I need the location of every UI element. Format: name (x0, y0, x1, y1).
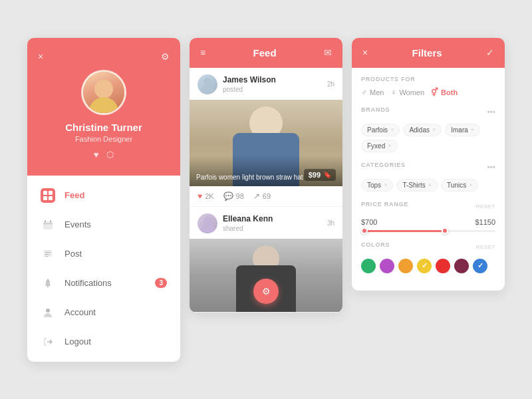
filters-close-icon[interactable]: × (362, 47, 368, 58)
nav-label-events: Events (65, 219, 91, 229)
post-action-1: posted (223, 86, 327, 93)
svg-rect-2 (43, 196, 47, 200)
gender-both[interactable]: ⚥ Both (431, 88, 458, 97)
comments-stat[interactable]: 💬 98 (223, 192, 244, 201)
post-image-2[interactable]: ⚙ (190, 239, 342, 312)
category-tag-tops: Tops × (361, 179, 393, 192)
likes-stat[interactable]: ♥ 2K (198, 192, 214, 201)
products-for-label: PRODUCTS FOR (361, 76, 495, 82)
post-stats-1: ♥ 2K 💬 98 ↗ 69 (190, 186, 342, 206)
profile-name: Christine Turner (38, 122, 170, 133)
profile-panel: × ⚙ Christine Turner Fashion Designer ♥ … (27, 38, 180, 362)
gender-women[interactable]: ♀ Women (390, 88, 424, 97)
nav-label-post: Post (65, 249, 82, 259)
nav-item-account[interactable]: Account (27, 298, 180, 327)
price-min-label: $700 (361, 218, 377, 226)
menu-icon[interactable]: ≡ (200, 47, 205, 58)
price-range-label: PRICE RANGE (361, 201, 408, 207)
category-tshirts-remove[interactable]: × (428, 182, 432, 188)
categories-more-icon[interactable]: ••• (487, 163, 495, 172)
post-time-1: 2h (327, 80, 334, 88)
nav-icon-account (41, 305, 55, 320)
post-info-1: James Wilson posted (223, 75, 327, 93)
post-author-2: Elleana Kenn (223, 214, 327, 225)
color-swatch-3[interactable] (417, 259, 432, 273)
category-tshirts-label: T-Shirts (402, 182, 425, 189)
brand-imara-remove[interactable]: × (471, 126, 474, 133)
category-tops-remove[interactable]: × (384, 182, 387, 188)
post-price-1[interactable]: $99 🔖 (304, 169, 336, 181)
svg-rect-5 (45, 220, 46, 223)
both-icon: ⚥ (431, 88, 438, 97)
brand-adidas-label: Adidas (409, 126, 430, 134)
price-range-control: $700 $1150 (361, 218, 495, 232)
nav-item-feed[interactable]: Feed (27, 181, 180, 210)
brand-adidas-remove[interactable]: × (432, 126, 436, 133)
comment-icon: 💬 (223, 192, 233, 201)
post-action-2: shared (223, 225, 327, 232)
gender-options: ♂ Men ♀ Women ⚥ Both (361, 88, 495, 97)
products-for-section: PRODUCTS FOR ♂ Men ♀ Women ⚥ Both (361, 76, 495, 97)
close-icon[interactable]: × (38, 51, 43, 62)
shares-stat[interactable]: ↗ 69 (253, 192, 271, 201)
profile-nav: FeedEventsPostNotifications3AccountLogou… (27, 176, 180, 362)
gender-men[interactable]: ♂ Men (361, 88, 384, 97)
post-image-1[interactable]: Parfois women light brown straw hat $99 … (190, 100, 342, 186)
color-swatch-5[interactable] (454, 259, 469, 273)
brand-parfois-remove[interactable]: × (390, 126, 394, 133)
price-range-header: PRICE RANGE RESET (361, 201, 495, 213)
filters-panel: × Filters ✓ PRODUCTS FOR ♂ Men ♀ Women (352, 38, 505, 291)
gear-icon[interactable]: ⚙ (161, 51, 170, 62)
brands-section-header: BRANDS ••• (361, 106, 495, 118)
post-time-2: 3h (327, 219, 334, 227)
price-fill (361, 230, 442, 232)
category-tunics-remove[interactable]: × (469, 182, 472, 188)
heart-icon: ♥ (198, 192, 202, 201)
color-swatch-0[interactable] (361, 259, 376, 273)
avatar (81, 70, 126, 115)
colors-reset-button[interactable]: RESET (476, 244, 495, 250)
filters-check-icon[interactable]: ✓ (486, 47, 494, 58)
svg-rect-7 (43, 223, 53, 224)
colors-section-header: COLORS RESET (361, 241, 495, 253)
brand-fyxed-remove[interactable]: × (388, 142, 391, 149)
comments-count: 98 (236, 192, 244, 200)
svg-rect-4 (43, 221, 53, 229)
svg-rect-9 (45, 285, 51, 286)
filters-title: Filters (412, 47, 442, 59)
gender-both-label: Both (441, 88, 458, 96)
nav-badge-notifications: 3 (155, 278, 167, 288)
nav-item-post[interactable]: Post (27, 239, 180, 269)
price-track[interactable] (361, 230, 495, 232)
nav-item-events[interactable]: Events (27, 210, 180, 239)
price-labels: $700 $1150 (361, 218, 495, 226)
share-social-icon[interactable]: ⬡ (106, 150, 114, 160)
price-thumb-right[interactable] (442, 227, 448, 234)
price-thumb-left[interactable] (361, 227, 368, 234)
price-reset-button[interactable]: RESET (476, 203, 495, 209)
brand-parfois-label: Parfois (367, 126, 388, 134)
color-swatch-1[interactable] (380, 259, 394, 273)
svg-rect-3 (49, 196, 53, 200)
svg-point-10 (47, 285, 49, 287)
brands-more-icon[interactable]: ••• (487, 108, 495, 117)
brands-label: BRANDS (361, 106, 390, 113)
nav-item-notifications[interactable]: Notifications3 (27, 269, 180, 298)
panels-container: × ⚙ Christine Turner Fashion Designer ♥ … (27, 38, 505, 362)
colors-label: COLORS (361, 241, 390, 248)
color-swatch-4[interactable] (436, 259, 450, 273)
filter-fab-button[interactable]: ⚙ (253, 279, 279, 304)
nav-item-logout[interactable]: Logout (27, 327, 180, 356)
profile-social: ♥ ⬡ (38, 150, 170, 160)
heart-social-icon[interactable]: ♥ (94, 150, 99, 160)
post-meta-1: James Wilson posted 2h (190, 68, 342, 100)
colors-row (361, 259, 495, 273)
color-swatch-2[interactable] (398, 259, 413, 273)
nav-icon-notifications (41, 276, 55, 291)
profile-header-icons: × ⚙ (38, 51, 170, 62)
categories-section: CATEGORIES ••• Tops × T-Shirts × Tunics … (361, 162, 495, 192)
bookmark-icon[interactable]: 🔖 (323, 171, 331, 178)
compose-icon[interactable]: ✉ (324, 47, 332, 58)
color-swatch-6[interactable] (473, 259, 487, 273)
nav-icon-feed (41, 188, 55, 203)
